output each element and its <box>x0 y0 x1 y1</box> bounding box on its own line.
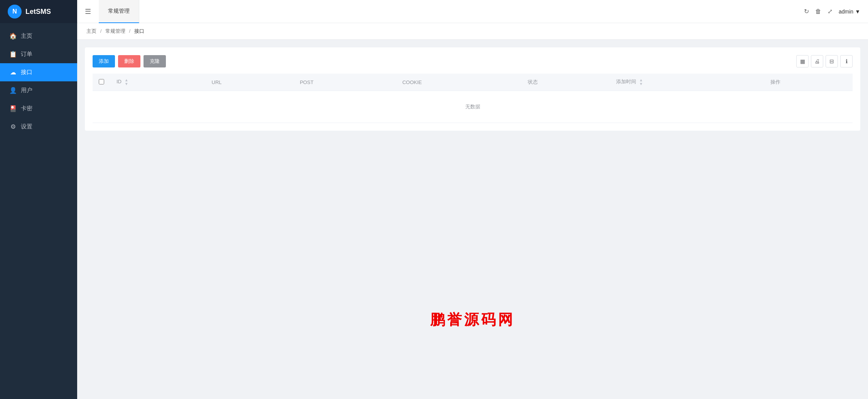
sidebar-label-users: 用户 <box>21 87 32 94</box>
th-status-label: 状态 <box>528 79 538 85</box>
th-id-label: ID <box>117 79 122 84</box>
table-header: ID ▲▼ URL POST <box>93 74 853 91</box>
view-grid-button[interactable]: ▦ <box>796 55 809 67</box>
refresh-icon[interactable]: ↻ <box>804 8 809 15</box>
empty-text: 无数据 <box>93 91 853 123</box>
sidebar-label-settings: 设置 <box>21 123 32 130</box>
th-status: 状态 <box>522 74 610 91</box>
content: 添加 删除 克隆 ▦ 🖨 ⊟ ℹ <box>77 40 868 399</box>
th-cookie: COOKIE <box>396 74 522 91</box>
toolbar: 添加 删除 克隆 ▦ 🖨 ⊟ ℹ <box>93 55 853 67</box>
sidebar-item-interface[interactable]: ☁ 接口 <box>0 63 77 81</box>
settings-icon: ⚙ <box>9 123 17 130</box>
breadcrumb-parent[interactable]: 常规管理 <box>105 28 125 34</box>
data-table: ID ▲▼ URL POST <box>93 74 853 123</box>
sidebar-item-users[interactable]: 👤 用户 <box>0 81 77 99</box>
sidebar: N LetSMS 🏠 主页 📋 订单 ☁ 接口 👤 用户 🎴 卡密 ⚙ 设置 <box>0 0 77 399</box>
th-post-label: POST <box>300 79 313 85</box>
orders-icon: 📋 <box>9 51 17 58</box>
sidebar-item-cards[interactable]: 🎴 卡密 <box>0 99 77 118</box>
admin-user-dropdown[interactable]: admin ▼ <box>839 8 860 15</box>
delete-button[interactable]: 删除 <box>118 55 140 67</box>
grid-icon: ▦ <box>800 58 805 64</box>
select-all-checkbox[interactable] <box>99 79 104 84</box>
main-area: ☰ 常规管理 ↻ 🗑 ⤢ admin ▼ 主页 / 常规管理 / 接口 添加 <box>77 0 868 399</box>
breadcrumb-current: 接口 <box>134 28 144 34</box>
breadcrumb: 主页 / 常规管理 / 接口 <box>77 23 868 40</box>
th-post: POST <box>294 74 396 91</box>
th-url: URL <box>206 74 294 91</box>
add-button[interactable]: 添加 <box>93 55 115 67</box>
logo-letter: N <box>12 8 17 15</box>
id-sort-icon[interactable]: ▲▼ <box>125 78 128 86</box>
th-checkbox <box>93 74 110 91</box>
th-cookie-label: COOKIE <box>402 79 422 85</box>
dropdown-arrow-icon: ▼ <box>855 8 860 15</box>
sidebar-item-settings[interactable]: ⚙ 设置 <box>0 118 77 136</box>
th-id: ID ▲▼ <box>110 74 206 91</box>
toolbar-left: 添加 删除 克隆 <box>93 55 166 67</box>
view-table-button[interactable]: 🖨 <box>811 55 823 67</box>
print-icon: ⊟ <box>829 58 834 64</box>
interface-icon: ☁ <box>9 69 17 76</box>
table-icon: 🖨 <box>814 58 820 64</box>
breadcrumb-sep-1: / <box>100 28 102 34</box>
sidebar-label-orders: 订单 <box>21 51 32 58</box>
add-time-sort-icon[interactable]: ▲▼ <box>639 78 643 86</box>
sidebar-label-interface: 接口 <box>21 69 32 76</box>
content-card: 添加 删除 克隆 ▦ 🖨 ⊟ ℹ <box>85 47 860 131</box>
topbar: ☰ 常规管理 ↻ 🗑 ⤢ admin ▼ <box>77 0 868 23</box>
table-wrap: ID ▲▼ URL POST <box>93 74 853 123</box>
cards-icon: 🎴 <box>9 105 17 112</box>
view-print-button[interactable]: ⊟ <box>826 55 838 67</box>
table-body: 无数据 <box>93 91 853 123</box>
topbar-tab[interactable]: 常规管理 <box>99 0 139 23</box>
watermark: 鹏誉源码网 <box>430 310 515 330</box>
app-name: LetSMS <box>25 8 51 16</box>
logo-icon: N <box>8 5 22 19</box>
info-icon: ℹ <box>846 58 848 64</box>
clone-button[interactable]: 克隆 <box>144 55 166 67</box>
table-empty-row: 无数据 <box>93 91 853 123</box>
sidebar-item-orders[interactable]: 📋 订单 <box>0 45 77 63</box>
sidebar-label-cards: 卡密 <box>21 105 32 112</box>
topbar-delete-icon[interactable]: 🗑 <box>815 8 821 15</box>
th-actions-label: 操作 <box>770 79 780 85</box>
sidebar-item-home[interactable]: 🏠 主页 <box>0 27 77 45</box>
home-icon: 🏠 <box>9 32 17 40</box>
breadcrumb-home[interactable]: 主页 <box>86 28 96 34</box>
sidebar-nav: 🏠 主页 📋 订单 ☁ 接口 👤 用户 🎴 卡密 ⚙ 设置 <box>0 23 77 399</box>
menu-toggle-icon[interactable]: ☰ <box>77 7 99 16</box>
th-add-time: 添加时间 ▲▼ <box>610 74 764 91</box>
topbar-tab-label: 常规管理 <box>108 8 130 15</box>
th-url-label: URL <box>212 79 222 85</box>
th-add-time-label: 添加时间 <box>616 79 636 84</box>
sidebar-logo: N LetSMS <box>0 0 77 23</box>
breadcrumb-sep-2: / <box>129 28 131 34</box>
topbar-right: ↻ 🗑 ⤢ admin ▼ <box>804 8 868 15</box>
sidebar-label-home: 主页 <box>21 32 32 40</box>
expand-icon[interactable]: ⤢ <box>827 8 833 15</box>
admin-label: admin <box>839 8 853 15</box>
toolbar-right: ▦ 🖨 ⊟ ℹ <box>796 55 853 67</box>
view-info-button[interactable]: ℹ <box>840 55 853 67</box>
users-icon: 👤 <box>9 87 17 94</box>
th-actions: 操作 <box>764 74 853 91</box>
